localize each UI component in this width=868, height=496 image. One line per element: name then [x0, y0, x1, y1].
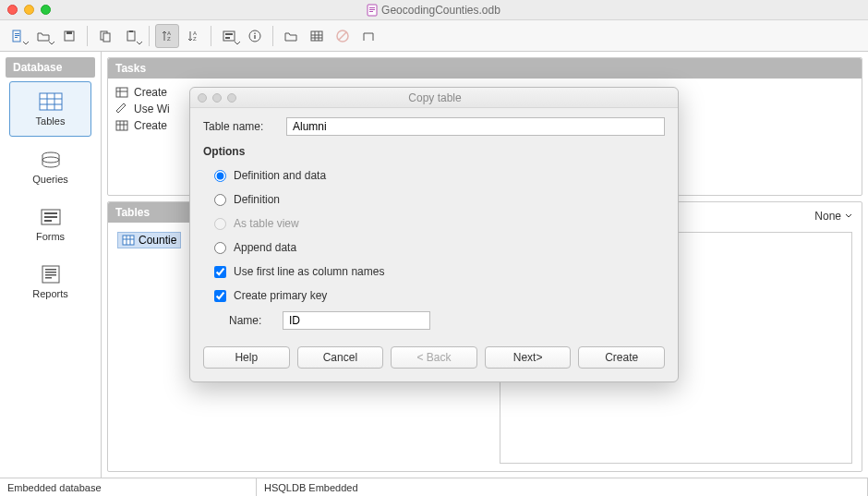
svg-rect-5 — [15, 33, 19, 34]
create-button[interactable]: Create — [578, 346, 665, 369]
tasks-header: Tasks — [108, 58, 862, 79]
sidebar-item-reports[interactable]: Reports — [9, 255, 91, 308]
svg-rect-11 — [103, 33, 110, 42]
svg-rect-18 — [223, 31, 235, 41]
copy-table-dialog: Copy table Table name: Options Definitio… — [189, 87, 679, 382]
svg-rect-20 — [225, 37, 230, 39]
minimize-window-icon[interactable] — [24, 5, 34, 15]
radio-definition[interactable] — [214, 194, 226, 206]
statusbar: Embedded database HSQLDB Embedded — [0, 478, 868, 496]
info-button[interactable] — [243, 24, 267, 48]
copy-button[interactable] — [93, 24, 117, 48]
window-title-text: GeocodingCounties.odb — [381, 4, 500, 17]
sidebar: Database Tables Queries Forms Reports — [0, 52, 102, 478]
save-button[interactable] — [57, 24, 81, 48]
reports-icon — [38, 264, 64, 284]
svg-rect-39 — [44, 212, 57, 214]
svg-text:Z: Z — [193, 36, 197, 42]
option-first-line-colnames[interactable]: Use first line as column names — [214, 260, 665, 284]
table-entry[interactable]: Countie — [117, 232, 181, 248]
option-definition-and-data[interactable]: Definition and data — [214, 163, 665, 188]
pk-name-label: Name: — [229, 314, 273, 327]
option-label: Append data — [234, 241, 296, 254]
svg-rect-22 — [254, 35, 255, 39]
option-label: As table view — [234, 217, 299, 230]
sidebar-item-tables[interactable]: Tables — [9, 81, 91, 137]
sidebar-item-forms[interactable]: Forms — [9, 198, 91, 251]
form-button[interactable] — [217, 24, 241, 48]
sidebar-item-label: Tables — [36, 115, 66, 127]
option-label: Definition — [234, 193, 280, 206]
chevron-down-icon — [137, 41, 142, 46]
sort-asc-button[interactable]: AZ — [155, 24, 179, 48]
preview-mode-label: None — [814, 210, 841, 223]
back-button: < Back — [391, 346, 477, 369]
option-create-pk[interactable]: Create primary key — [214, 284, 665, 308]
folder-button[interactable] — [279, 24, 303, 48]
window-title: GeocodingCounties.odb — [51, 4, 816, 17]
document-icon — [367, 4, 378, 17]
svg-rect-45 — [45, 274, 56, 276]
svg-rect-44 — [45, 272, 56, 273]
checkbox-first-line[interactable] — [214, 266, 226, 278]
toolbar-separator — [149, 26, 150, 46]
sidebar-item-queries[interactable]: Queries — [9, 140, 91, 194]
radio-definition-and-data[interactable] — [214, 170, 226, 182]
sort-desc-button[interactable]: AZ — [181, 24, 205, 48]
svg-rect-7 — [15, 37, 18, 38]
sidebar-item-label: Queries — [32, 174, 68, 185]
table-entry-label: Countie — [139, 234, 176, 247]
cancel-button[interactable]: Cancel — [297, 346, 384, 369]
option-definition[interactable]: Definition — [214, 188, 665, 212]
svg-rect-6 — [15, 35, 19, 36]
svg-rect-43 — [45, 269, 56, 271]
dialog-close-icon[interactable] — [198, 93, 207, 103]
dialog-title: Copy table — [236, 91, 633, 104]
svg-rect-41 — [44, 220, 52, 222]
titlebar: GeocodingCounties.odb — [0, 0, 868, 20]
queries-icon — [38, 150, 64, 170]
options-heading: Options — [203, 145, 665, 158]
svg-rect-12 — [127, 31, 135, 41]
dialog-titlebar: Copy table — [190, 88, 678, 108]
paste-button[interactable] — [119, 24, 143, 48]
dialog-window-controls — [198, 93, 236, 103]
option-label: Definition and data — [234, 169, 326, 182]
svg-rect-24 — [311, 31, 322, 41]
table-button[interactable] — [305, 24, 329, 48]
status-right: HSQLDB Embedded — [257, 478, 868, 496]
svg-rect-40 — [44, 216, 57, 218]
task-label: Create — [134, 119, 167, 132]
checkbox-create-pk[interactable] — [214, 290, 226, 302]
relations-button[interactable] — [356, 24, 380, 48]
svg-rect-23 — [254, 32, 255, 33]
svg-rect-54 — [123, 236, 134, 245]
option-append-data[interactable]: Append data — [214, 236, 665, 260]
next-button[interactable]: Next> — [485, 346, 572, 369]
wizard-icon — [115, 103, 128, 115]
open-button[interactable] — [31, 24, 55, 48]
zoom-window-icon[interactable] — [41, 5, 51, 15]
sidebar-item-label: Forms — [36, 231, 65, 242]
table-name-input[interactable] — [286, 117, 665, 136]
svg-rect-19 — [225, 33, 233, 35]
table-name-label: Table name: — [203, 120, 277, 133]
close-window-icon[interactable] — [7, 5, 18, 15]
tables-icon — [38, 91, 64, 112]
view-icon — [115, 119, 128, 132]
svg-rect-31 — [40, 93, 62, 110]
radio-append-data[interactable] — [214, 242, 226, 254]
svg-rect-1 — [369, 7, 375, 8]
svg-rect-46 — [45, 277, 52, 279]
toolbar-separator — [211, 26, 211, 46]
svg-rect-9 — [66, 31, 72, 34]
svg-line-30 — [339, 32, 346, 40]
pk-name-input[interactable] — [283, 311, 430, 330]
toolbar-separator — [272, 26, 273, 46]
help-button[interactable]: Help — [203, 346, 290, 369]
toolbar-separator — [87, 26, 88, 46]
task-label: Create — [134, 86, 167, 99]
new-doc-button[interactable] — [6, 24, 30, 48]
sidebar-header: Database — [6, 57, 95, 78]
status-left: Embedded database — [0, 478, 257, 496]
